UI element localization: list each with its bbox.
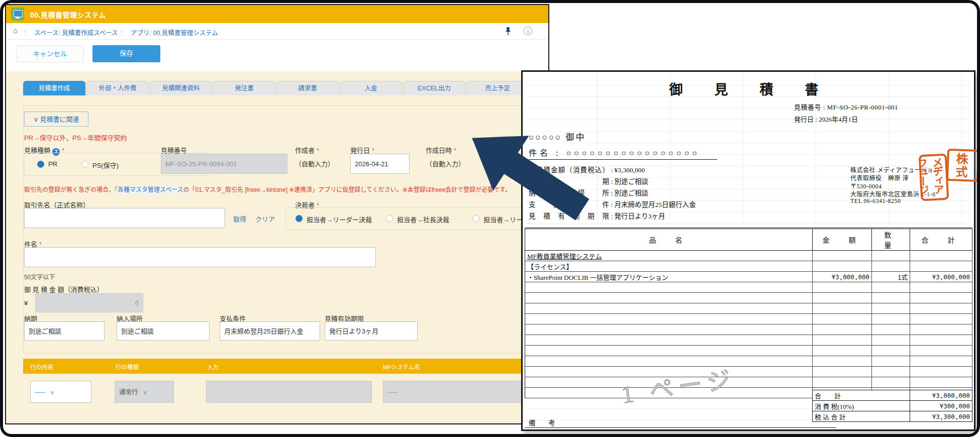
doc-totals-table: 合 計¥3,000,000 消 費 税(10%)¥300,000 税 込 合 計… xyxy=(812,390,972,422)
doc-items-table: 品 名 金 額 数 量 合 計 MF教員業績管理システム 【ライセンス】 ・Sh… xyxy=(525,228,972,398)
line-items-header: 行の内容 行の種類 入力 MFシステム名 xyxy=(23,359,546,374)
amount-label: 御 見 積 金 額（消費税込） xyxy=(24,284,103,294)
totals-subtotal-row: 合 計¥3,000,000 xyxy=(813,390,972,401)
chevron-down-icon: ∨ xyxy=(143,389,147,395)
subject-hint: 50文字以下 xyxy=(24,272,55,281)
breadcrumb-app-link[interactable]: アプリ: 00.見積書管理システム xyxy=(131,28,218,37)
validity-input[interactable]: 発行日より3ヶ月 xyxy=(325,321,418,341)
doc-issue-date: 発行日 : 2026年4月1日 xyxy=(794,114,858,124)
row-type-select: 通常行∨ xyxy=(115,381,174,403)
delivery-date-input[interactable]: 別途ご相談 xyxy=(24,321,105,341)
tab-sales-forecast[interactable]: 売上予定 xyxy=(466,81,529,95)
doc-quote-number: 見積番号 : MF-SO-26-PR-0001-001 xyxy=(794,102,898,112)
app-title-bar: 00.見積書管理システム xyxy=(6,5,548,23)
row-mf-system-select: ----- xyxy=(383,381,539,403)
save-button[interactable]: 保存 xyxy=(92,45,160,62)
table-row: ・SharePoint DOCLIB 一括管理アプリケーション¥3,000,00… xyxy=(525,272,972,282)
company-seal: 株式会社 メディアフュージョン xyxy=(919,146,980,214)
table-row-empty xyxy=(525,282,972,293)
radio-approver-president-label: 担当者→社長決裁 xyxy=(397,214,449,224)
breadcrumb-separator: › xyxy=(24,27,26,35)
col-input: 入力 xyxy=(207,363,219,371)
breadcrumb-space-link[interactable]: スペース: 見積書作成スペース xyxy=(34,28,118,37)
doc-items-header-row: 品 名 金 額 数 量 合 計 xyxy=(525,229,972,251)
screenshot-canvas: 00.見積書管理システム ⌂ › スペース: 見積書作成スペース › アプリ: … xyxy=(0,0,980,437)
col-total: 合 計 xyxy=(910,229,972,251)
tab-purchase-order[interactable]: 発注書 xyxy=(213,81,275,95)
vendor-name-input[interactable] xyxy=(24,208,225,228)
chevron-down-icon: ∨ xyxy=(50,389,54,395)
vendor-get-link[interactable]: 取得 xyxy=(233,214,246,224)
doc-notes-line xyxy=(525,427,836,428)
doc-company-tel: TEL 06-6341-8250 xyxy=(850,197,901,205)
tab-excel-output[interactable]: EXCEL出力 xyxy=(403,81,465,95)
author-label: 作成者* xyxy=(295,145,319,155)
totals-tax-row: 消 費 税(10%)¥300,000 xyxy=(813,401,972,411)
cancel-button[interactable]: キャンセル xyxy=(16,45,84,62)
home-icon[interactable]: ⌂ xyxy=(13,26,18,35)
radio-approver-leader-president[interactable] xyxy=(472,215,479,222)
pin-icon[interactable] xyxy=(504,27,513,36)
tab-invoice[interactable]: 請求書 xyxy=(276,81,339,95)
tab-deposit[interactable]: 入金 xyxy=(340,81,402,95)
tab-quote-create[interactable]: 見積書作成 xyxy=(23,81,85,95)
company-seal-rect: メディアフュージョン xyxy=(919,154,949,201)
table-row-empty xyxy=(525,335,972,346)
section-toggle-quote-related[interactable]: ∨ 見積書に関連 xyxy=(24,112,88,127)
info-icon[interactable]: i xyxy=(524,27,532,35)
radio-ps-label: PS(保守) xyxy=(92,160,119,170)
amount-input: 0 xyxy=(35,293,143,312)
radio-pr[interactable] xyxy=(37,161,44,168)
col-mf-system: MFシステム名 xyxy=(383,363,420,371)
quote-document: 御 見 積 書 見積番号 : MF-SO-26-PR-0001-001 発行日 … xyxy=(521,70,975,431)
master-space-link[interactable]: 各種マスタ管理スペース xyxy=(118,186,183,193)
doc-title: 御 見 積 書 xyxy=(523,79,974,98)
yen-prefix: ¥ xyxy=(24,299,28,307)
table-row: 【ライセンス】 xyxy=(525,261,972,272)
notice-top: PR→保守以外，PS→年間保守契約 xyxy=(24,133,127,142)
tab-quote-docs[interactable]: 見積関連資料 xyxy=(150,81,212,95)
issue-date-input[interactable]: 2026-04-21 xyxy=(350,154,410,174)
company-seal-square: 株式会社 xyxy=(946,149,979,182)
author-auto-value: （自動入力） xyxy=(295,159,334,168)
created-at-label: 作成日時* xyxy=(426,145,456,155)
app-title: 00.見積書管理システム xyxy=(30,10,106,20)
vendor-clear-link[interactable]: クリア xyxy=(255,214,275,224)
table-row: MF教員業績管理システム xyxy=(525,251,972,261)
radio-approver-leader[interactable] xyxy=(296,215,303,222)
col-row-content: 行の内容 xyxy=(30,363,53,371)
table-row-empty xyxy=(525,356,972,367)
radio-approver-president[interactable] xyxy=(386,215,393,222)
table-row-empty xyxy=(525,303,972,314)
delivery-place-input[interactable]: 別途ご相談 xyxy=(117,321,210,341)
row-input-field xyxy=(206,381,372,403)
col-qty: 数 量 xyxy=(872,229,910,251)
breadcrumb-separator: › xyxy=(121,27,123,35)
row-content-select[interactable]: -----∨ xyxy=(30,381,91,403)
doc-notes-label: 備 考 xyxy=(529,417,558,427)
tab-external-labor[interactable]: 外部・人件費 xyxy=(86,81,149,95)
table-row-empty xyxy=(525,346,972,356)
col-amount: 金 額 xyxy=(813,229,872,251)
col-row-type: 行の種類 xyxy=(116,363,139,371)
kintone-window: 00.見積書管理システム ⌂ › スペース: 見積書作成スペース › アプリ: … xyxy=(5,4,549,424)
notice-vendor: 取引先の登録が無く急ぎの場合、「各種マスタ管理スペースの「01.マスタ_取引先 … xyxy=(24,185,511,193)
table-row-empty xyxy=(525,293,972,303)
table-row-empty xyxy=(525,324,972,335)
table-row-empty xyxy=(525,377,972,388)
radio-pr-label: PR xyxy=(48,160,57,168)
table-row-empty xyxy=(525,314,972,324)
app-icon xyxy=(11,8,24,21)
payment-terms-input[interactable]: 月末締め翌月25日銀行入金 xyxy=(220,321,320,341)
breadcrumb: ⌂ › スペース: 見積書作成スペース › アプリ: 00.見積書管理システム … xyxy=(6,23,548,40)
radio-ps[interactable] xyxy=(81,161,88,168)
table-row-empty xyxy=(525,367,972,377)
line-items-row: -----∨ 通常行∨ ----- xyxy=(23,374,546,421)
totals-grand-total-row: 税 込 合 計¥3,300,000 xyxy=(813,411,972,422)
radio-approver-leader-label: 担当者→リーダー決裁 xyxy=(307,214,372,224)
quote-no-input: MF-SO-25-PR-0094-001 xyxy=(161,154,287,174)
subject-input[interactable] xyxy=(24,247,376,267)
